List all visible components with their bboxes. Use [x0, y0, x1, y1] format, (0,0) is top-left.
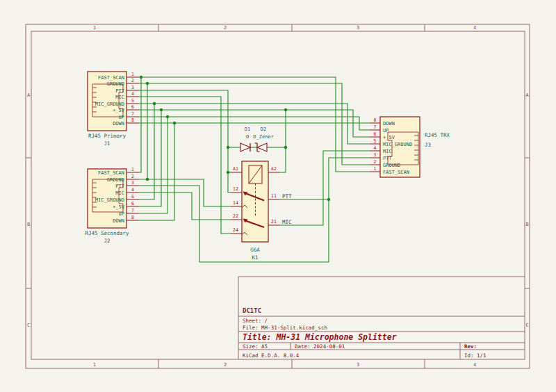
pin-number: 21: [271, 219, 277, 224]
pin-number: 1: [374, 166, 377, 172]
pin-number: 2: [131, 174, 134, 179]
diode-ref-D2[interactable]: D2: [261, 126, 266, 132]
diode-value-D2[interactable]: D_Zener: [253, 134, 274, 140]
wire[interactable]: [139, 117, 167, 213]
wire-junction: [227, 171, 229, 174]
pin-number: 3: [374, 152, 377, 158]
titleblock-designer[interactable]: DC1TC: [243, 307, 261, 314]
diode-triangle-icon-D2[interactable]: [257, 143, 267, 152]
pin-number: 3: [131, 180, 134, 186]
connector-value-J1[interactable]: RJ45 Primary: [88, 133, 126, 139]
wire-junction: [284, 108, 287, 111]
pin-name: GROUND: [107, 177, 124, 183]
frame-column-label: 2: [224, 25, 227, 31]
frame-column-label: 1: [93, 25, 96, 31]
relay-body[interactable]: [242, 161, 268, 242]
pin-name: PTT: [115, 183, 124, 189]
pin-number: 4: [374, 145, 377, 151]
pin-name: +_5V: [113, 204, 125, 210]
titleblock-file[interactable]: File: MH-31-Split.kicad_sch: [243, 325, 327, 331]
wire[interactable]: [279, 110, 286, 172]
pin-name: MIC_GROUND: [95, 101, 124, 107]
pin-name: UP: [383, 128, 389, 133]
relay-ref[interactable]: K1: [252, 254, 258, 261]
connector-ref-J3[interactable]: J3: [425, 142, 431, 148]
pin-name: GROUND: [383, 163, 400, 168]
connector-value-J2[interactable]: RJ45 Secondary: [85, 230, 129, 236]
pin-name: +_5V: [113, 108, 125, 113]
pin-name: MIC: [115, 95, 124, 100]
pin-name: FAST_SCAN: [98, 75, 124, 81]
titleblock-tool: KiCad E.D.A. 8.0.4: [243, 352, 300, 359]
pin-number: 2: [131, 78, 134, 83]
titleblock-rev[interactable]: Rev:: [464, 343, 477, 350]
titleblock-title[interactable]: Title: MH-31 Microphone Splitter: [243, 332, 397, 342]
titleblock-id[interactable]: Id: 1/1: [464, 352, 486, 359]
relay-pin-name-PTT: PTT: [282, 193, 292, 199]
wire-junction: [146, 178, 149, 181]
wire[interactable]: [139, 90, 231, 193]
connector-ref-J2[interactable]: J2: [104, 238, 110, 244]
wire[interactable]: [279, 151, 370, 225]
titleblock-date[interactable]: Date: 2024-08-01: [295, 343, 345, 350]
frame-column-label: 4: [473, 25, 476, 31]
pin-number: 22: [233, 213, 238, 219]
diode-value-D1[interactable]: D: [246, 134, 249, 140]
wire-junction: [284, 146, 287, 149]
pin-number: 8: [374, 117, 377, 123]
wire[interactable]: [139, 110, 161, 206]
pin-name: FAST_SCAN: [383, 170, 409, 175]
wire[interactable]: [139, 77, 141, 172]
titleblock-size[interactable]: Size: A5: [243, 343, 268, 350]
frame-row-label: A: [525, 92, 529, 98]
wire-junction: [160, 108, 163, 111]
pin-name: MIC: [383, 149, 392, 154]
titleblock-sheet[interactable]: Sheet: /: [243, 318, 268, 324]
pin-number: 6: [374, 131, 377, 137]
pin-number: 6: [131, 104, 134, 110]
pin-number: 11: [271, 193, 277, 199]
pin-number: 7: [374, 124, 377, 130]
wire-junction: [227, 146, 229, 149]
wire-junction: [153, 102, 156, 105]
frame-column-label: 3: [357, 362, 359, 368]
wire-junction: [146, 82, 149, 85]
pin-number: 12: [233, 186, 238, 192]
pin-number: 5: [131, 194, 134, 199]
pin-name: PTT: [383, 156, 392, 161]
connector-value-J3[interactable]: RJ45 TRX: [425, 132, 450, 138]
wire-junction: [140, 76, 142, 79]
pin-name: MIC_GROUND: [383, 142, 412, 147]
pin-name: DOWN: [383, 121, 395, 126]
relay-pin-name-MIC: MIC: [282, 219, 292, 225]
pin-name: +_5V: [383, 135, 395, 140]
pin-number: 8: [131, 117, 134, 123]
pin-name: FAST_SCAN: [98, 170, 124, 176]
frame-column-label: 3: [357, 25, 359, 31]
schematic-canvas: 11223344AABBCCDC1TCSheet: /File: MH-31-S…: [0, 0, 556, 392]
relay-value[interactable]: G6A: [250, 247, 260, 253]
pin-name: GROUND: [107, 81, 124, 87]
frame-column-label: 2: [224, 362, 227, 368]
pin-number: 14: [233, 200, 238, 206]
wire-junction: [173, 122, 176, 124]
frame-row-label: B: [27, 222, 30, 227]
wire-junction: [166, 115, 169, 118]
wire[interactable]: [279, 158, 370, 199]
diode-triangle-icon-D1[interactable]: [240, 143, 250, 152]
pin-name: UP: [119, 211, 124, 217]
connector-ref-J1[interactable]: J1: [104, 140, 110, 147]
pin-name: DOWN: [113, 121, 124, 126]
frame-row-label: B: [525, 222, 528, 227]
pin-number: 24: [233, 227, 238, 233]
pin-number: 4: [131, 91, 134, 97]
pin-number: 3: [131, 85, 134, 90]
pin-number: 2: [374, 159, 377, 165]
pin-number: 7: [131, 208, 134, 213]
wire[interactable]: [139, 123, 174, 220]
wire-junction: [327, 198, 330, 201]
pin-name: MIC_GROUND: [95, 197, 124, 203]
diode-ref-D1[interactable]: D1: [245, 126, 250, 132]
pin-number: 8: [131, 215, 134, 220]
pin-name: UP: [119, 115, 124, 120]
